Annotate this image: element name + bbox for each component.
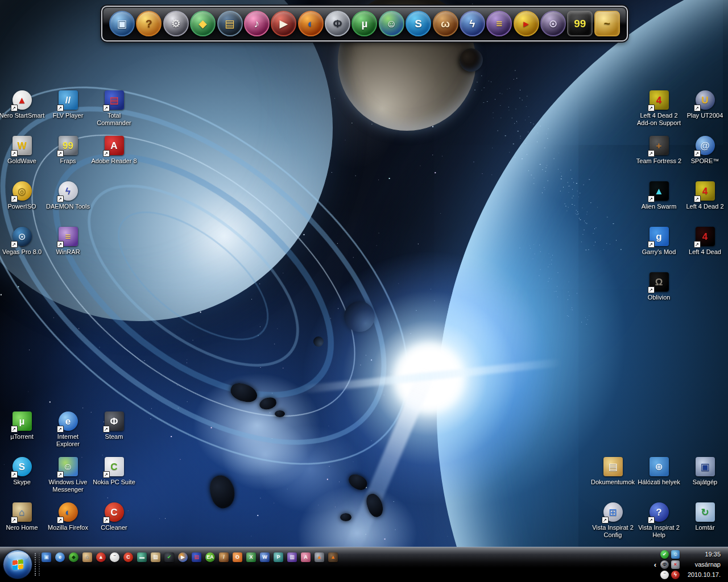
ms-access-key-icon[interactable]: A <box>301 552 311 562</box>
dock-item-glyph: ~ <box>604 18 610 29</box>
skype[interactable]: S Skype <box>0 454 45 500</box>
clock-date[interactable]: 2010.10.17. <box>682 571 721 578</box>
utorrent[interactable]: µ µTorrent <box>0 409 45 454</box>
steam[interactable]: Φ Steam <box>91 409 137 454</box>
fraps-icon[interactable]: 99 <box>567 11 593 36</box>
steam-tray-icon[interactable]: Φ <box>660 560 669 569</box>
spore[interactable]: @ SPORE™ <box>682 133 728 178</box>
internet-explorer-icon[interactable]: e <box>55 552 65 562</box>
ms-word-icon[interactable]: W <box>260 552 270 562</box>
panda-antivirus-icon[interactable]: ¨ <box>110 552 119 562</box>
nero-startsmart-icon[interactable]: ▲ <box>96 552 106 562</box>
dock-item-glyph: ϟ <box>469 18 475 29</box>
left-4-dead[interactable]: 4 Left 4 Dead <box>682 224 728 269</box>
goldwave[interactable]: W GoldWave <box>0 133 45 178</box>
steam-icon[interactable]: Φ <box>325 11 350 36</box>
quicklaunch-separator[interactable] <box>35 553 40 576</box>
ms-outlook-icon[interactable]: O <box>233 552 242 562</box>
icon-art: ▲ <box>13 90 32 110</box>
mozilla-firefox[interactable]: ◐ Mozilla Firefox <box>45 500 91 545</box>
ms-publisher-icon[interactable]: P <box>274 552 283 562</box>
library-books-icon[interactable]: ▤ <box>217 11 243 36</box>
winamp-icon[interactable]: ω <box>433 11 458 36</box>
icon-art: µ <box>13 411 32 431</box>
tray-collapse-chevron[interactable]: ‹ <box>652 560 658 569</box>
nero-home[interactable]: ⌂ Nero Home <box>0 500 45 545</box>
show-desktop-icon[interactable]: ▣ <box>42 552 51 562</box>
total-commander[interactable]: ▤ Total Commander <box>91 88 137 133</box>
play-ut2004[interactable]: U Play UT2004 <box>682 88 728 133</box>
ms-excel-icon[interactable]: X <box>246 552 256 562</box>
halozati-helyek[interactable]: ⊕ Hálózati helyek <box>636 454 682 500</box>
update-check-icon[interactable]: ✔ <box>164 552 174 562</box>
poweriso[interactable]: ◎ PowerISO <box>0 178 45 224</box>
total-commander-icon[interactable]: ▤ <box>192 552 201 562</box>
dokumentumok[interactable]: ▤ Dokumentumok <box>590 454 636 500</box>
icon-art: ≡ <box>59 227 78 246</box>
ccleaner-icon[interactable]: C <box>123 552 133 562</box>
ea-games-icon[interactable]: EA <box>205 552 215 562</box>
left-4-dead-2[interactable]: 4 Left 4 Dead 2 <box>682 178 728 224</box>
internet-explorer[interactable]: e Internet Explorer <box>45 409 91 454</box>
shortcut-arrow-icon <box>57 517 64 523</box>
software-box-icon[interactable]: ▤ <box>151 552 160 562</box>
ccleaner[interactable]: C CCleaner <box>91 500 137 545</box>
adobe-reader-8[interactable]: A Adobe Reader 8 <box>91 133 137 178</box>
my-computer-icon[interactable]: ▣ <box>109 11 135 36</box>
fraps[interactable]: 99 Fraps <box>45 133 91 178</box>
safely-remove-icon[interactable]: × <box>671 560 680 569</box>
sajatgep[interactable]: ▣ Sajátgép <box>682 454 728 500</box>
clock-weekday[interactable]: vasárnap <box>682 561 721 568</box>
start-button[interactable] <box>3 550 32 579</box>
update-ok-icon[interactable]: ✔ <box>660 550 669 559</box>
windows-live-messenger[interactable]: ☺ Windows Live Messenger <box>45 454 91 500</box>
pinwheel-icon[interactable]: ◆ <box>190 11 216 36</box>
messenger-icon[interactable]: ☺ <box>379 11 404 36</box>
dap-icon[interactable]: ◆ <box>69 552 78 562</box>
vista-inspirat-2-help[interactable]: ? Vista Inspirat 2 Help <box>636 500 682 545</box>
desktop-icons-bottom-right: ▤ Dokumentumok ⊕ Hálózati helyek ▣ Saját… <box>590 454 728 545</box>
gears-icon[interactable]: ⚙ <box>163 11 189 36</box>
daemon-tools[interactable]: ϟ DAEMON Tools <box>45 178 91 224</box>
messenger-status-icon[interactable]: ☺ <box>671 550 680 559</box>
nero-burning-rom-icon[interactable]: ▲ <box>315 552 324 562</box>
lomtar[interactable]: ↻ Lomtár <box>682 500 728 545</box>
utorrent-icon[interactable]: µ <box>351 11 377 36</box>
car-icon[interactable]: ▬ <box>137 552 147 562</box>
goldwave-icon[interactable]: ~ <box>594 11 620 36</box>
vista-inspirat-2-config[interactable]: ⊞ Vista Inspirat 2 Config <box>590 500 636 545</box>
question-coin-icon[interactable]: ? <box>136 11 162 36</box>
media-player-icon[interactable]: ▶ <box>178 552 188 562</box>
winrar-icon[interactable]: ≡ <box>486 11 512 36</box>
nero-home-icon[interactable]: ⌂ <box>82 552 92 562</box>
left-4-dead-2-addon-support[interactable]: 4 Left 4 Dead 2 Add-on Support <box>636 88 682 133</box>
shortcut-arrow-icon <box>57 105 64 111</box>
music-note-icon[interactable]: ♪ <box>244 11 270 36</box>
vegas-pro-8[interactable]: ⊙ Vegas Pro 8.0 <box>0 224 45 269</box>
nero-express-icon[interactable]: ▲ <box>328 552 338 562</box>
video-clapper-icon[interactable]: ▶ <box>271 11 296 36</box>
daemon-tray-icon[interactable]: ϟ <box>671 571 680 579</box>
team-fortress-2[interactable]: + Team Fortress 2 <box>636 133 682 178</box>
firefox-icon[interactable]: ◐ <box>298 11 324 36</box>
nero-startsmart[interactable]: ▲ Nero StartSmart <box>0 88 45 133</box>
garrys-mod[interactable]: g Garry's Mod <box>636 224 682 269</box>
paint-brushes-icon[interactable]: / <box>219 552 229 562</box>
nokia-pc-suite[interactable]: C Nokia PC Suite <box>91 454 137 500</box>
winrar[interactable]: ≡ WinRAR <box>45 224 91 269</box>
camera-icon[interactable]: ⊙ <box>540 11 566 36</box>
oblivion[interactable]: Ω Oblivion <box>636 269 682 315</box>
desktop[interactable]: ▣ ? ⚙ ◆ ▤ ♪ ▶ ◐ Φ µ ☺ S <box>0 0 728 582</box>
shortcut-arrow-icon <box>57 196 64 202</box>
ms-frontpage-icon[interactable]: ▥ <box>287 552 297 562</box>
tray-row: ✔☺ 19:35 <box>652 549 721 559</box>
clock-time[interactable]: 19:35 <box>682 551 721 558</box>
daemon-tools-icon[interactable]: ϟ <box>460 11 485 36</box>
alien-swarm[interactable]: ▲ Alien Swarm <box>636 178 682 224</box>
panda-tray-icon[interactable]: ¨ <box>660 571 669 579</box>
asteroid <box>275 410 285 417</box>
pacman-player-icon[interactable]: ▸ <box>514 11 539 36</box>
skype-icon[interactable]: S <box>406 11 431 36</box>
flv-player[interactable]: // FLV Player <box>45 88 91 133</box>
icon-art: A <box>105 136 124 155</box>
